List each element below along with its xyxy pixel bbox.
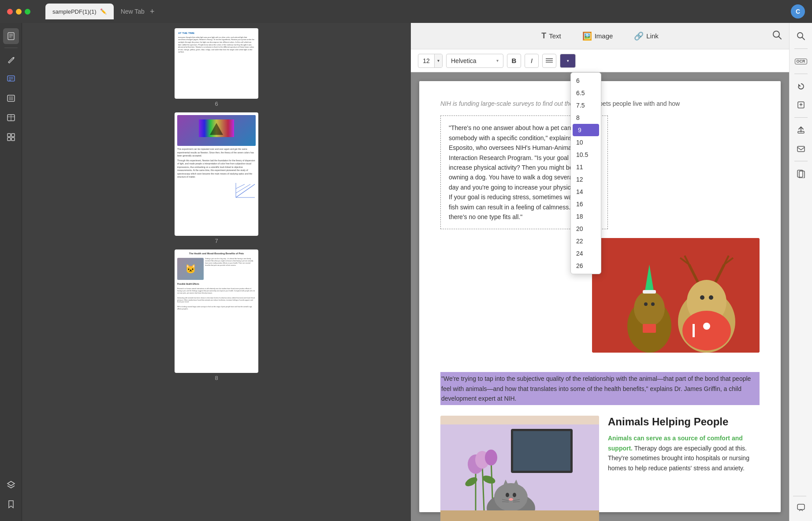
separator-line-1 [4, 48, 18, 48]
right-divider-2 [794, 74, 808, 74]
svg-marker-78 [798, 84, 801, 86]
font-name-arrow: ▾ [496, 58, 499, 63]
export-icon-btn[interactable] [793, 97, 809, 113]
share-icon-btn[interactable] [793, 122, 809, 138]
font-size-option-12[interactable]: 12 [571, 173, 601, 186]
svg-point-48 [651, 302, 655, 306]
font-size-option-20[interactable]: 20 [571, 223, 601, 235]
right-divider-5 [793, 496, 806, 496]
bold-button[interactable]: B [507, 54, 521, 68]
align-button[interactable] [542, 54, 556, 68]
svg-point-50 [709, 295, 713, 300]
font-size-option-6.5[interactable]: 6.5 [571, 87, 601, 99]
font-size-option-24[interactable]: 24 [571, 247, 601, 260]
font-size-option-6[interactable]: 6 [571, 74, 601, 87]
font-size-option-11[interactable]: 11 [571, 161, 601, 173]
tab-active[interactable]: samplePDF(1)(1) ✏️ [45, 4, 114, 19]
thumb-num-8: 8 [215, 375, 218, 381]
list-icon-btn[interactable] [3, 90, 19, 106]
main-area: AT THE TIME everyone thought that white … [0, 23, 812, 521]
font-controls-bar: 12 ▾ Helvetica ▾ B I [411, 49, 789, 72]
font-size-control[interactable]: 12 ▾ [418, 54, 443, 68]
font-name-value: Helvetica [451, 57, 477, 64]
thumb-content-6: AT THE TIME everyone thought that white … [175, 28, 258, 57]
thumb-card-8: The Health and Mood-Boosting Benefits of… [175, 249, 258, 373]
svg-rect-16 [11, 134, 15, 137]
svg-rect-84 [797, 146, 805, 152]
bookmark-icon-btn[interactable] [3, 496, 19, 512]
thumb-content-8: The Health and Mood-Boosting Benefits of… [175, 249, 258, 313]
svg-line-23 [236, 184, 255, 197]
right-divider-3 [794, 117, 808, 118]
font-size-option-10.5[interactable]: 10.5 [571, 149, 601, 161]
maximize-button[interactable] [25, 9, 30, 15]
link-tool-label: Link [646, 32, 659, 40]
color-button[interactable]: ▾ [560, 54, 576, 68]
font-size-option-22[interactable]: 22 [571, 235, 601, 247]
thumbnail-page-8[interactable]: The Health and Mood-Boosting Benefits of… [27, 249, 406, 381]
refresh-icon-btn[interactable] [793, 78, 809, 94]
font-size-option-9[interactable]: 9 [573, 124, 599, 136]
pen-icon-btn[interactable] [3, 52, 19, 67]
layers-icon-btn[interactable] [3, 477, 19, 493]
font-size-option-16[interactable]: 16 [571, 198, 601, 210]
svg-point-68 [506, 493, 509, 497]
text-tool-button[interactable]: T Text [535, 28, 567, 44]
font-size-option-14[interactable]: 14 [571, 186, 601, 198]
svg-point-33 [634, 291, 665, 326]
font-size-option-7.5[interactable]: 7.5 [571, 99, 601, 112]
font-name-control[interactable]: Helvetica ▾ [446, 54, 503, 68]
document-icon-btn[interactable] [3, 28, 19, 44]
svg-point-49 [700, 295, 704, 300]
svg-point-47 [644, 302, 648, 306]
email-icon-btn[interactable] [793, 141, 809, 156]
pages-icon-btn[interactable] [793, 166, 809, 182]
toolbar: T Text 🖼️ Image 🔗 Link [411, 23, 789, 49]
link-tool-button[interactable]: 🔗 Link [628, 28, 665, 45]
font-size-value: 12 [418, 57, 434, 64]
font-size-option-18[interactable]: 18 [571, 210, 601, 223]
tab-container: samplePDF(1)(1) ✏️ New Tab + [45, 4, 786, 19]
font-size-dropdown-arrow[interactable]: ▾ [434, 54, 442, 67]
svg-line-77 [802, 37, 805, 40]
right-sidebar: OCR [789, 23, 812, 521]
svg-rect-17 [7, 138, 11, 141]
section-flower-image [440, 416, 599, 521]
svg-point-46 [703, 323, 710, 330]
new-tab-label: New Tab [121, 8, 145, 15]
font-size-dropdown: 6 6.5 7.5 8 9 10 10.5 11 12 14 16 18 20 … [570, 72, 601, 274]
search-icon-btn[interactable] [793, 28, 809, 44]
italic-button[interactable]: I [525, 54, 539, 68]
thumbnails-panel: AT THE TIME everyone thought that white … [22, 23, 411, 521]
highlighted-quote-block: "We're trying to tap into the subjective… [440, 372, 760, 405]
font-size-option-8[interactable]: 8 [571, 112, 601, 124]
annotate-icon-btn[interactable] [3, 71, 19, 87]
ocr-icon-btn[interactable]: OCR [793, 53, 809, 69]
section-right-content: Animals Helping People Animals can serve… [608, 416, 760, 521]
comment-icon-btn[interactable] [793, 500, 809, 516]
minimize-button[interactable] [16, 9, 22, 15]
avatar[interactable]: C [791, 4, 805, 19]
search-button[interactable] [772, 30, 782, 42]
close-button[interactable] [7, 9, 13, 15]
section-title: Animals Helping People [608, 416, 760, 428]
thumb-content-7: This experiment can be repeated over and… [175, 112, 258, 201]
thumbnail-page-6[interactable]: AT THE TIME everyone thought that white … [27, 28, 406, 107]
left-sidebar-icons [0, 23, 22, 521]
add-tab-icon[interactable]: + [150, 7, 155, 16]
table-icon-btn[interactable] [3, 110, 19, 126]
dog-costume-image [592, 238, 760, 353]
thumbnail-page-7[interactable]: This experiment can be repeated over and… [27, 112, 406, 244]
font-size-option-10[interactable]: 10 [571, 136, 601, 149]
edit-icon: ✏️ [100, 8, 107, 15]
font-size-option-26[interactable]: 26 [571, 260, 601, 272]
svg-rect-55 [513, 431, 570, 471]
image-tool-button[interactable]: 🖼️ Image [576, 28, 619, 45]
svg-rect-87 [797, 504, 805, 510]
animals-helping-section: Animals Helping People Animals can serve… [440, 416, 760, 521]
tab-new[interactable]: New Tab + [114, 4, 162, 19]
thumb-num-6: 6 [215, 100, 218, 107]
highlighted-quote-text: "We're trying to tap into the subjective… [441, 375, 751, 402]
grid-icon-btn[interactable] [3, 129, 19, 145]
svg-rect-75 [440, 510, 599, 521]
